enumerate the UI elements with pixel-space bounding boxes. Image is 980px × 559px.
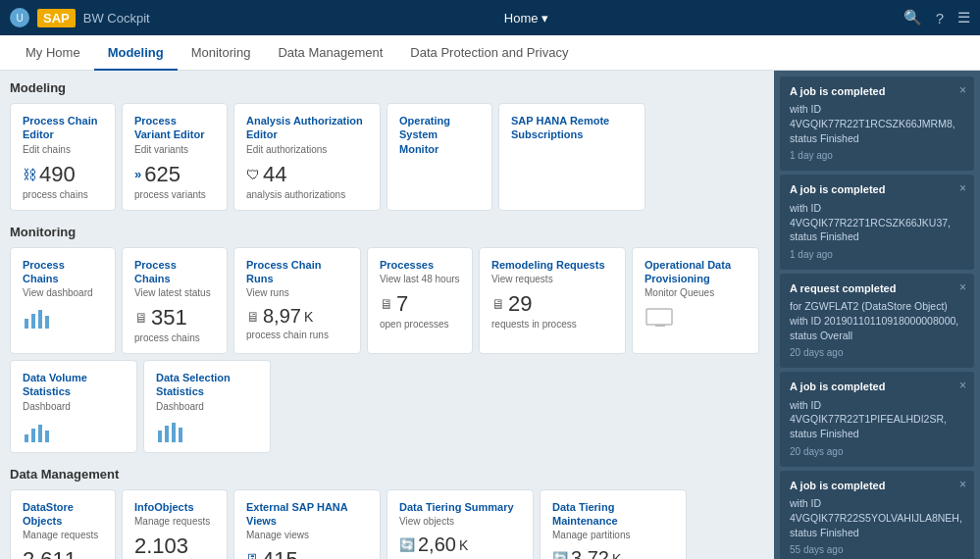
card-sap-hana-remote[interactable]: SAP HANA Remote Subscriptions xyxy=(498,103,645,211)
card-operational-data-prov[interactable]: Operational Data Provisioning Monitor Qu… xyxy=(632,247,759,355)
close-icon-1[interactable]: × xyxy=(959,82,966,99)
card-ext-sap-hana-views-value: 🗄 415 xyxy=(246,547,368,559)
bar-chart2-icon xyxy=(23,421,125,442)
card-data-tiering-summary-value: 🔄 2,60 K xyxy=(399,534,521,556)
nav-item-monitoring[interactable]: Monitoring xyxy=(178,35,265,71)
card-remodeling-requests[interactable]: Remodeling Requests View requests 🖥 29 r… xyxy=(479,247,626,355)
user-avatar[interactable]: U xyxy=(10,8,29,27)
card-analysis-auth-editor-subtitle: Edit authorizations xyxy=(246,144,368,156)
nav-item-data-protection[interactable]: Data Protection and Privacy xyxy=(396,35,582,71)
card-processes-subtitle: View last 48 hours xyxy=(380,274,460,285)
card-data-volume-stats[interactable]: Data Volume Statistics Dashboard xyxy=(10,360,137,453)
card-os-monitor[interactable]: Operating System Monitor xyxy=(387,103,492,211)
svg-rect-6 xyxy=(25,434,28,442)
monitor-icon-2: 🖥 xyxy=(246,309,260,325)
card-data-tiering-maint[interactable]: Data Tiering Maintenance Manage partitio… xyxy=(540,489,687,559)
card-analysis-auth-editor-footer: analysis authorizations xyxy=(246,189,368,200)
card-remodeling-requests-title: Remodeling Requests xyxy=(491,258,613,272)
tiering-icon: 🔄 xyxy=(399,537,415,552)
close-icon-4[interactable]: × xyxy=(959,378,966,394)
card-ext-sap-hana-views-title: External SAP HANA Views xyxy=(246,500,368,529)
card-data-tiering-summary[interactable]: Data Tiering Summary View objects 🔄 2,60… xyxy=(387,489,534,559)
notification-panel: × A job is completed with ID 4VGQIK77R22… xyxy=(774,71,980,559)
card-remodeling-requests-footer: requests in process xyxy=(491,319,613,330)
notif-3-body: for ZGWFLAT2 (DataStore Object) with ID … xyxy=(790,299,964,342)
nav-item-my-home[interactable]: My Home xyxy=(12,35,94,71)
card-process-variant-editor-subtitle: Edit variants xyxy=(134,144,215,156)
close-icon-3[interactable]: × xyxy=(959,280,966,296)
card-remodeling-requests-subtitle: View requests xyxy=(491,274,613,285)
double-arrow-icon: » xyxy=(134,167,141,181)
notification-item-1: × A job is completed with ID 4VGQIK77R22… xyxy=(780,76,974,171)
card-infoobjects-subtitle: Manage requests xyxy=(134,516,215,528)
card-os-monitor-title: Operating System Monitor xyxy=(399,114,480,156)
card-processes-title: Processes xyxy=(380,258,460,272)
card-proc-chain-runs[interactable]: Process Chain Runs View runs 🖥 8,97 K pr… xyxy=(233,247,361,355)
card-datastore-objects-title: DataStore Objects xyxy=(23,500,103,529)
card-data-selection-stats-title: Data Selection Statistics xyxy=(156,371,258,399)
nav-item-data-management[interactable]: Data Management xyxy=(264,35,396,71)
card-analysis-auth-editor[interactable]: Analysis Authorization Editor Edit autho… xyxy=(233,103,381,211)
monitor-icon-3: 🖥 xyxy=(380,296,393,312)
close-icon-2[interactable]: × xyxy=(959,180,966,197)
section-modeling: Modeling Process Chain Editor Edit chain… xyxy=(10,80,764,211)
card-infoobjects[interactable]: InfoObjects Manage requests 2.103 InfoOb… xyxy=(122,489,228,559)
notif-2-title: A job is completed xyxy=(790,182,964,197)
svg-rect-1 xyxy=(31,314,35,329)
card-proc-chain-runs-title: Process Chain Runs xyxy=(246,258,348,286)
svg-rect-7 xyxy=(31,429,35,442)
card-data-selection-stats-subtitle: Dashboard xyxy=(156,401,258,413)
card-ext-sap-hana-views[interactable]: External SAP HANA Views Manage views 🗄 4… xyxy=(233,489,381,559)
card-data-volume-stats-title: Data Volume Statistics xyxy=(23,371,125,399)
notif-2-time: 1 day ago xyxy=(790,248,964,262)
card-data-tiering-summary-subtitle: View objects xyxy=(399,516,521,528)
card-operational-data-prov-subtitle: Monitor Queues xyxy=(645,287,747,299)
svg-rect-10 xyxy=(158,431,162,442)
section-modeling-title: Modeling xyxy=(10,80,764,95)
notification-item-3: × A request completed for ZGWFLAT2 (Data… xyxy=(780,274,974,368)
card-processes-value: 🖥 7 xyxy=(380,291,460,317)
app-header: U SAP BW Cockpit Home ▾ 🔍 ? ☰ xyxy=(0,0,980,35)
card-data-volume-stats-subtitle: Dashboard xyxy=(23,401,125,413)
section-data-management: Data Management DataStore Objects Manage… xyxy=(10,467,764,559)
card-datastore-objects-subtitle: Manage requests xyxy=(23,530,103,541)
menu-icon[interactable]: ☰ xyxy=(957,9,970,26)
section-data-management-title: Data Management xyxy=(10,467,764,482)
db-icon: 🗄 xyxy=(246,553,259,559)
search-icon[interactable]: 🔍 xyxy=(903,9,922,26)
card-data-selection-stats[interactable]: Data Selection Statistics Dashboard xyxy=(143,360,271,453)
card-analysis-auth-editor-value: 🛡 44 xyxy=(246,162,368,187)
notif-4-time: 20 days ago xyxy=(790,445,964,459)
card-datastore-objects-value: 2.611 xyxy=(23,547,103,559)
svg-rect-9 xyxy=(45,431,49,442)
notif-4-body: with ID 4VGQIK77R22T1PIFEALHDI2SR, statu… xyxy=(790,398,964,441)
card-proc-chain-runs-subtitle: View runs xyxy=(246,287,348,299)
card-proc-chains-dash[interactable]: Process Chains View dashboard xyxy=(10,247,116,355)
app-title: BW Cockpit xyxy=(83,11,150,25)
card-proc-chains-status[interactable]: Process Chains View latest status 🖥 351 … xyxy=(122,247,228,355)
section-monitoring: Monitoring Process Chains View dashboard xyxy=(10,225,764,453)
card-proc-chains-status-subtitle: View latest status xyxy=(134,287,215,299)
card-processes-footer: open processes xyxy=(380,319,460,330)
help-icon[interactable]: ? xyxy=(936,10,944,26)
card-process-variant-editor[interactable]: Process Variant Editor Edit variants » 6… xyxy=(122,103,228,211)
notif-1-time: 1 day ago xyxy=(790,149,964,163)
close-icon-5[interactable]: × xyxy=(959,477,966,493)
notif-4-title: A job is completed xyxy=(790,380,964,394)
section-monitoring-title: Monitoring xyxy=(10,225,764,239)
nav-item-modeling[interactable]: Modeling xyxy=(94,35,178,71)
home-label[interactable]: Home xyxy=(504,11,539,25)
card-infoobjects-title: InfoObjects xyxy=(134,500,215,514)
notif-1-body: with ID 4VGQIK77R22T1RCSZK66JMRM8, statu… xyxy=(790,102,964,145)
notif-3-time: 20 days ago xyxy=(790,346,964,360)
tiering-icon-2: 🔄 xyxy=(552,551,568,559)
svg-rect-3 xyxy=(45,316,49,329)
notification-item-4: × A job is completed with ID 4VGQIK77R22… xyxy=(780,372,974,466)
bar-chart3-icon xyxy=(156,421,258,442)
svg-rect-2 xyxy=(38,310,42,329)
card-processes[interactable]: Processes View last 48 hours 🖥 7 open pr… xyxy=(367,247,473,355)
chevron-down-icon[interactable]: ▾ xyxy=(542,11,548,25)
card-datastore-objects[interactable]: DataStore Objects Manage requests 2.611 … xyxy=(10,489,116,559)
card-process-chain-editor[interactable]: Process Chain Editor Edit chains ⛓ 490 p… xyxy=(10,103,116,211)
card-remodeling-requests-value: 🖥 29 xyxy=(491,291,613,317)
